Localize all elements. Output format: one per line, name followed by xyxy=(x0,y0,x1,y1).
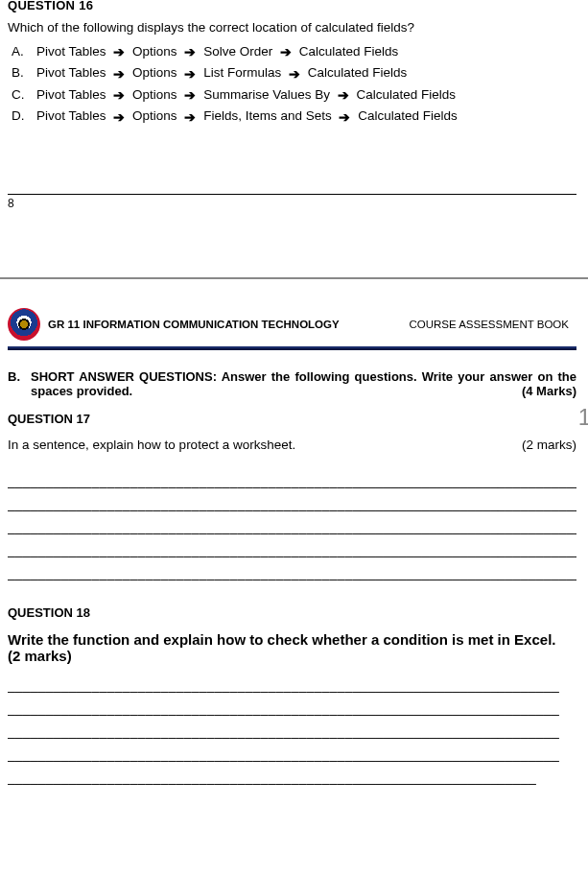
answer-line: ________________________________________… xyxy=(8,492,576,515)
option-c-text: Pivot Tables ➔ Options ➔ Summarise Value… xyxy=(36,87,576,103)
arrow-icon: ➔ xyxy=(113,87,125,103)
page-number: 8 xyxy=(8,197,576,210)
question-18-prompt: Write the function and explain how to ch… xyxy=(8,631,576,664)
book-label: COURSE ASSESSMENT BOOK xyxy=(409,319,569,330)
opt-a-seg-3: Solve Order xyxy=(203,44,272,59)
option-a-text: Pivot Tables ➔ Options ➔ Solve Order ➔ C… xyxy=(36,44,576,59)
option-c: C. Pivot Tables ➔ Options ➔ Summarise Va… xyxy=(12,87,576,103)
margin-glyph: 1 xyxy=(578,404,588,431)
answer-line: ________________________________________… xyxy=(8,674,576,697)
section-b-text: SHORT ANSWER QUESTIONS: Answer the follo… xyxy=(31,369,576,398)
arrow-icon: ➔ xyxy=(289,66,300,82)
opt-d-seg-1: Pivot Tables xyxy=(36,108,106,123)
arrow-icon: ➔ xyxy=(113,66,125,82)
arrow-icon: ➔ xyxy=(184,66,196,82)
answer-line: ________________________________________… xyxy=(8,743,576,766)
question-18-heading: QUESTION 18 xyxy=(8,605,576,620)
opt-c-seg-1: Pivot Tables xyxy=(36,87,106,102)
option-b-text: Pivot Tables ➔ Options ➔ List Formulas ➔… xyxy=(36,65,576,81)
question-17-marks: (2 marks) xyxy=(510,438,576,452)
option-d-text: Pivot Tables ➔ Options ➔ Fields, Items a… xyxy=(36,108,576,124)
opt-a-seg-4: Calculated Fields xyxy=(299,44,399,59)
option-d-label: D. xyxy=(12,108,36,123)
school-logo-icon xyxy=(8,308,40,341)
opt-b-seg-2: Options xyxy=(132,65,177,80)
arrow-icon: ➔ xyxy=(339,109,350,125)
footer-rule xyxy=(8,194,576,195)
question-16-heading: QUESTION 16 xyxy=(8,0,576,12)
arrow-icon: ➔ xyxy=(113,44,125,59)
option-c-label: C. xyxy=(12,87,36,102)
arrow-icon: ➔ xyxy=(338,87,349,103)
option-b-label: B. xyxy=(12,65,36,80)
opt-b-seg-1: Pivot Tables xyxy=(36,65,106,80)
arrow-icon: ➔ xyxy=(184,44,196,59)
arrow-icon: ➔ xyxy=(113,109,125,125)
opt-a-seg-2: Options xyxy=(132,44,177,59)
opt-c-seg-2: Options xyxy=(132,87,177,102)
answer-line: ________________________________________… xyxy=(8,720,576,743)
answer-line: ________________________________________… xyxy=(8,561,576,584)
course-name: GR 11 INFORMATION COMMUNICATION TECHNOLO… xyxy=(48,319,340,330)
option-d: D. Pivot Tables ➔ Options ➔ Fields, Item… xyxy=(12,108,576,124)
answer-line: ________________________________________… xyxy=(8,766,576,789)
page-header: GR 11 INFORMATION COMMUNICATION TECHNOLO… xyxy=(8,308,576,341)
answer-line: ________________________________________… xyxy=(8,538,576,561)
arrow-icon: ➔ xyxy=(184,109,196,125)
opt-c-seg-3: Summarise Values By xyxy=(203,87,330,102)
opt-d-seg-3: Fields, Items and Sets xyxy=(203,108,332,123)
opt-a-seg-1: Pivot Tables xyxy=(36,44,106,59)
question-17-heading: QUESTION 17 xyxy=(8,412,576,426)
opt-b-seg-3: List Formulas xyxy=(203,65,281,80)
arrow-icon: ➔ xyxy=(184,87,196,103)
option-b: B. Pivot Tables ➔ Options ➔ List Formula… xyxy=(12,65,576,81)
question-16-prompt: Which of the following displays the corr… xyxy=(8,20,576,35)
opt-d-seg-2: Options xyxy=(132,108,177,123)
answer-line: ________________________________________… xyxy=(8,697,576,720)
question-16-options: A. Pivot Tables ➔ Options ➔ Solve Order … xyxy=(8,44,576,125)
opt-d-seg-4: Calculated Fields xyxy=(358,108,458,123)
header-rule xyxy=(8,346,576,350)
answer-line: ________________________________________… xyxy=(8,515,576,538)
page-break-divider xyxy=(0,277,588,279)
arrow-icon: ➔ xyxy=(280,44,292,59)
option-a: A. Pivot Tables ➔ Options ➔ Solve Order … xyxy=(12,44,576,59)
opt-c-seg-4: Calculated Fields xyxy=(356,87,456,102)
section-b-label: B. xyxy=(8,369,31,398)
option-a-label: A. xyxy=(12,44,36,59)
question-17-prompt: In a sentence, explain how to protect a … xyxy=(8,438,510,452)
section-b-marks: (4 Marks) xyxy=(522,384,576,398)
answer-line: ________________________________________… xyxy=(8,469,576,492)
section-b-header: B. SHORT ANSWER QUESTIONS: Answer the fo… xyxy=(8,369,576,398)
opt-b-seg-4: Calculated Fields xyxy=(308,65,408,80)
